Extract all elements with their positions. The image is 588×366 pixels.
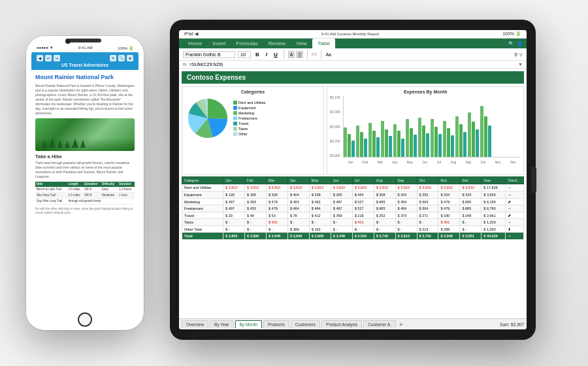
- sum-display: Sum: $2,907: [500, 322, 524, 327]
- undo-icon[interactable]: ↩: [45, 55, 52, 61]
- ribbon-toolbar: B I U A ▒ Aa ☰ ▽: [179, 48, 527, 61]
- fx-label: fx: [183, 62, 186, 67]
- col-year: Year: [482, 177, 506, 184]
- bar-apr: [381, 121, 392, 157]
- tab-formulas[interactable]: Formulas: [231, 39, 263, 48]
- iphone-device: ●●●●● ▼ 9:41 AM 100% 🔋 ◀ ↩ ↪ ✎ 🔍 ⊕: [26, 36, 144, 330]
- bar-jun: [406, 119, 417, 157]
- tab-insert[interactable]: Insert: [207, 39, 231, 48]
- article-title: Mount Rainier National Park: [35, 74, 135, 81]
- tab-home[interactable]: Home: [183, 39, 207, 48]
- pie-chart: Categories: [182, 86, 324, 175]
- text-size-icon[interactable]: Aa: [325, 52, 331, 57]
- bars-container: [343, 95, 521, 158]
- bar-chart-title: Expenses By Month: [330, 90, 521, 94]
- bar-jan: [344, 127, 355, 157]
- toolbar-divider-2: [307, 50, 308, 59]
- iphone-time: 9:41 AM: [78, 46, 93, 50]
- redo-icon[interactable]: ↪: [54, 55, 60, 61]
- tab-table[interactable]: Table: [312, 39, 335, 48]
- tab-products[interactable]: Products: [263, 320, 289, 328]
- table-row: Marketing $ 497 $ 493 $ 479 $ 464 $ 462 …: [182, 199, 524, 205]
- tab-review[interactable]: Review: [263, 39, 291, 48]
- section-title: Take a Hike: [35, 154, 135, 159]
- bar-sep: [443, 121, 454, 157]
- user-icon[interactable]: 👤: [517, 41, 523, 46]
- legend-item: Equipment: [233, 106, 266, 110]
- col-jun: Jun: [331, 177, 352, 184]
- article-body: Mount Rainier National Park is located i…: [35, 84, 135, 116]
- font-family-input[interactable]: [183, 51, 235, 58]
- data-table-area: Category Jan Feb Mar Apr May Jun Jul Aug…: [179, 175, 527, 318]
- pie-svg: [185, 95, 231, 141]
- ipad-home-button[interactable]: [531, 167, 536, 193]
- col-apr: Apr: [287, 177, 309, 184]
- sheet-title: Contoso Expenses: [182, 71, 524, 84]
- article-image: [35, 118, 135, 151]
- add-sheet-button[interactable]: +: [397, 321, 405, 328]
- iphone-right-icons: ✎ 🔍 ⊕: [110, 55, 133, 61]
- legend-item: Marketing: [233, 111, 266, 115]
- format-icon[interactable]: ☰: [514, 52, 517, 57]
- data-table: Category Jan Feb Mar Apr May Jun Jul Aug…: [182, 176, 524, 240]
- section-text: Trails lead through peaceful old-growth …: [35, 161, 135, 179]
- charts-area: Categories: [179, 84, 527, 175]
- hike-col-dur: Duration: [118, 182, 135, 187]
- col-may: May: [309, 177, 331, 184]
- legend-item: Travel: [233, 122, 266, 125]
- tab-by-year[interactable]: By Year: [210, 320, 233, 328]
- formula-input[interactable]: [189, 62, 515, 67]
- tab-product-analysis[interactable]: Product Analysis: [321, 320, 362, 328]
- iphone-app-toolbar: ◀ ↩ ↪ ✎ 🔍 ⊕: [37, 55, 133, 61]
- hike-row: Day Hike Long Trail through old-growth f…: [35, 198, 135, 204]
- pie-chart-title: Categories: [185, 90, 321, 94]
- article-footer: As with the other side trips in town, si…: [35, 207, 135, 215]
- font-color-button[interactable]: A: [288, 51, 295, 58]
- tab-customer-a[interactable]: Customer A.: [363, 320, 396, 328]
- fill-color-button[interactable]: ▒: [296, 51, 303, 58]
- search-icon[interactable]: 🔍: [118, 55, 125, 61]
- legend-item: Freelancers: [233, 116, 266, 120]
- edit-icon[interactable]: ✎: [110, 55, 116, 61]
- table-row: Other Total $ - $ - $ - $ 386 $ 152 $ - …: [182, 226, 524, 233]
- toolbar-divider: [284, 50, 284, 59]
- col-trend: Trend: [506, 177, 524, 184]
- iphone-camera: [65, 39, 71, 44]
- custom-label[interactable]: [312, 53, 317, 56]
- pie-legend: Rent and Utilities Equipment Marketing F…: [233, 101, 266, 136]
- iphone-content[interactable]: Mount Rainier National Park Mount Rainie…: [31, 70, 139, 322]
- iphone-nav-icons: ◀ ↩ ↪: [37, 55, 60, 61]
- toolbar-divider-3: [321, 50, 321, 59]
- italic-button[interactable]: I: [264, 51, 269, 58]
- col-dec: Dec: [460, 177, 482, 184]
- tab-customers[interactable]: Customers: [291, 320, 320, 328]
- ipad-right-status: 100% 🔋: [502, 31, 521, 37]
- iphone-home-button[interactable]: [78, 312, 92, 327]
- legend-item: Other: [233, 132, 266, 136]
- col-jan: Jan: [223, 177, 245, 184]
- add-icon[interactable]: ⊕: [127, 55, 133, 61]
- tab-view[interactable]: View: [291, 39, 312, 48]
- back-icon[interactable]: ◀: [37, 55, 43, 61]
- table-total-row: Total $ 3,950 $ 3,990 $ 3,548 $ 3,606 $ …: [182, 233, 524, 240]
- ipad-status-bar: iPad ◀ 9:41 AM Contoso Monthly Report 10…: [179, 30, 527, 39]
- col-sep: Sep: [395, 177, 417, 184]
- col-mar: Mar: [266, 177, 287, 184]
- col-nov: Nov: [438, 177, 460, 184]
- underline-button[interactable]: U: [272, 51, 280, 58]
- search-icon[interactable]: 🔍: [508, 41, 514, 46]
- tab-by-month[interactable]: By Month: [235, 320, 262, 328]
- bar-may: [393, 124, 404, 157]
- formula-expand-icon[interactable]: ▼: [518, 62, 523, 67]
- x-axis-labels: JanFebMarAprMayJunJulAugSepOctNovDec: [343, 160, 521, 164]
- tab-overview[interactable]: Overview: [182, 320, 208, 328]
- filter-icon[interactable]: ▽: [519, 52, 523, 57]
- iphone-app-header: ◀ ↩ ↪ ✎ 🔍 ⊕ US Travel Adventures: [31, 52, 139, 70]
- ipad-left-status: iPad ◀: [184, 31, 198, 37]
- ipad-center-status: 9:41 AM Contoso Monthly Report: [321, 32, 379, 36]
- scene: ●●●●● ▼ 9:41 AM 100% 🔋 ◀ ↩ ↪ ✎ 🔍 ⊕: [0, 0, 588, 366]
- sheet-content: Contoso Expenses Categories: [179, 69, 527, 318]
- bold-button[interactable]: B: [253, 51, 261, 58]
- ribbon-tabs: Home Insert Formulas Review View Table 🔍…: [179, 39, 527, 48]
- font-size-input[interactable]: [238, 51, 251, 58]
